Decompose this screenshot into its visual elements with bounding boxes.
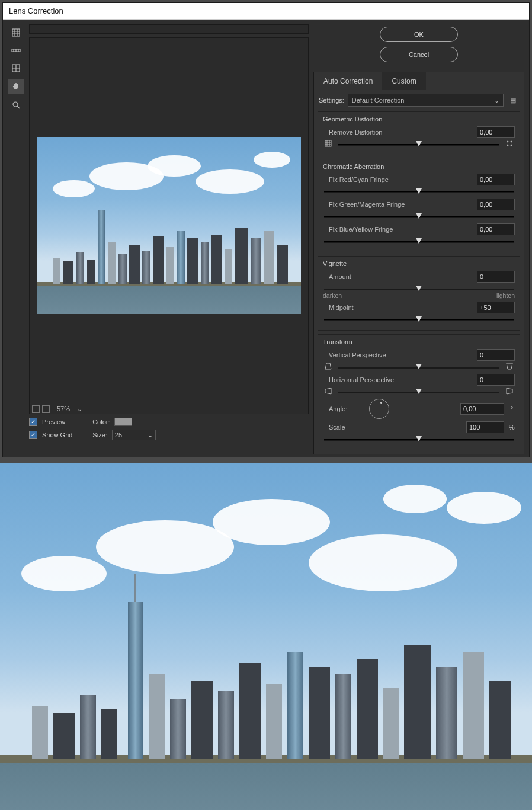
remove-distortion-tool-icon[interactable] [8,25,24,40]
fix-green-magenta-input[interactable] [477,199,515,210]
grid-color-swatch[interactable] [114,418,132,426]
vignette-amount-label: Amount [323,273,472,280]
fix-green-magenta-slider[interactable] [324,213,514,221]
preview-label: Preview [42,418,65,425]
horizontal-perspective-label: Horizontal Perspective [323,376,472,383]
fix-blue-yellow-label: Fix Blue/Yellow Fringe [323,226,472,233]
scale-unit: % [509,424,515,431]
zoom-tool-icon[interactable] [8,98,24,112]
show-grid-label: Show Grid [42,431,72,438]
zoom-level[interactable]: 57% [52,405,75,412]
cancel-button[interactable]: Cancel [380,47,458,62]
hand-tool-icon[interactable] [8,79,24,94]
preview-image [37,137,301,314]
fix-green-magenta-label: Fix Green/Magenta Fringe [323,201,472,208]
fix-red-cyan-input[interactable] [477,174,515,185]
result-image [0,463,532,810]
group-chromatic-aberration: Chromatic Aberration Fix Red/Cyan Fringe… [318,159,520,252]
tab-custom[interactable]: Custom [382,72,425,90]
tab-auto-correction[interactable]: Auto Correction [314,72,382,90]
remove-distortion-slider[interactable] [338,140,499,149]
fix-blue-yellow-input[interactable] [477,223,515,235]
vignette-midpoint-label: Midpoint [323,304,472,311]
vertical-perspective-label: Vertical Perspective [323,351,472,358]
hpersp-left-icon [323,387,334,395]
remove-distortion-input[interactable] [477,126,515,138]
grid-color-label: Color: [92,418,110,425]
barrel-icon [323,139,334,148]
vpersp-top-icon [323,362,334,370]
vertical-perspective-slider[interactable] [338,363,499,372]
show-grid-checkbox[interactable]: ✓ [29,431,37,439]
vignette-midpoint-slider[interactable] [324,316,514,324]
fix-red-cyan-slider[interactable] [324,188,514,196]
grid-size-select[interactable]: 25⌄ [112,430,156,440]
settings-label: Settings: [319,97,344,104]
scale-label: Scale [323,424,462,431]
vignette-amount-slider[interactable] [324,285,514,293]
dialog-title: Lens Correction [3,3,529,20]
settings-dropdown[interactable]: Default Correction⌄ [348,94,504,107]
scale-input[interactable] [466,421,504,433]
horizontal-perspective-input[interactable] [477,374,515,386]
fit-screen-icon[interactable] [32,405,40,413]
move-grid-tool-icon[interactable] [8,61,24,75]
fix-blue-yellow-slider[interactable] [324,238,514,246]
scale-slider[interactable] [324,436,514,444]
fix-red-cyan-label: Fix Red/Cyan Fringe [323,176,472,183]
pincushion-icon [504,139,515,148]
ok-button[interactable]: OK [380,27,458,42]
vignette-amount-input[interactable] [477,271,515,283]
group-transform: Transform Vertical Perspective Horizonta… [318,334,520,450]
vpersp-bottom-icon [504,362,515,370]
vertical-perspective-input[interactable] [477,349,515,361]
group-vignette: Vignette Amount darkenlighten Midpoint [318,256,520,331]
info-bar [29,24,309,34]
preview-canvas[interactable]: 57% ⌄ [29,37,309,414]
settings-menu-icon[interactable]: ▤ [507,97,519,104]
grid-size-label: Size: [92,431,107,438]
lens-correction-dialog: Lens Correction [2,2,530,457]
remove-distortion-label: Remove Distortion [323,129,472,136]
preview-checkbox[interactable]: ✓ [29,418,37,426]
angle-label: Angle: [323,405,364,412]
svg-rect-4 [325,140,331,146]
zoom-dropdown-icon[interactable]: ⌄ [77,405,82,413]
svg-point-3 [13,102,18,107]
angle-knob[interactable] [369,399,389,419]
angle-unit: ° [509,405,515,412]
vignette-midpoint-input[interactable] [477,302,515,313]
horizontal-perspective-slider[interactable] [338,388,499,396]
canvas-bottom-bar: 57% ⌄ [30,404,299,414]
toolbar [8,24,24,454]
actual-pixels-icon[interactable] [42,405,50,413]
group-geometric-distortion: Geometric Distortion Remove Distortion [318,111,520,155]
angle-input[interactable] [460,403,504,415]
group-title: Geometric Distortion [323,116,515,123]
svg-rect-0 [12,29,20,36]
straighten-tool-icon[interactable] [8,43,24,57]
hpersp-right-icon [504,387,515,395]
